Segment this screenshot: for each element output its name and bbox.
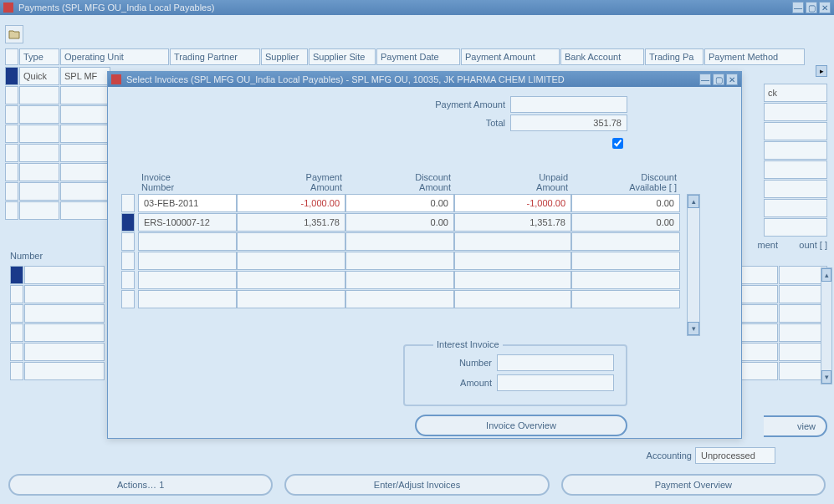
payment-amount-field[interactable] <box>510 96 627 113</box>
parent-grid-header: Type Operating Unit Trading Partner Supp… <box>5 48 829 65</box>
scroll-down-icon[interactable]: ▾ <box>821 370 831 384</box>
number-label: Number <box>10 251 43 261</box>
open-file-icon[interactable] <box>5 25 23 43</box>
number-cell[interactable] <box>24 266 105 284</box>
invoice-cell[interactable] <box>571 271 680 289</box>
interest-invoice-group: Interest Invoice Number Amount <box>403 344 627 406</box>
invoice-cell[interactable]: 0.00 <box>571 213 680 232</box>
scroll-up-icon[interactable]: ▴ <box>688 195 699 208</box>
invoice-cell[interactable]: -1,000.00 <box>237 194 345 212</box>
payment-amount-label: Payment Amount <box>435 99 505 109</box>
col-trading-pa[interactable]: Trading Pa <box>645 48 704 65</box>
row-selector[interactable] <box>121 252 135 270</box>
invoice-cell[interactable] <box>571 252 680 270</box>
sub-header-row: ment ount [ ] <box>729 240 827 250</box>
invoice-cell[interactable] <box>345 290 454 308</box>
invoice-cell[interactable] <box>237 271 345 289</box>
minimize-icon[interactable]: — <box>792 2 804 13</box>
invoice-cell[interactable] <box>138 232 237 251</box>
select-invoices-modal: Select Invoices (SPL MFG OU_India Local … <box>107 71 742 439</box>
scroll-up-icon[interactable]: ▴ <box>821 268 831 282</box>
interest-number-field[interactable] <box>497 354 614 371</box>
row-selector[interactable] <box>5 144 18 162</box>
maximize-icon[interactable]: ▢ <box>713 74 724 85</box>
row-selector[interactable] <box>5 182 18 201</box>
invoice-cell[interactable] <box>237 252 345 270</box>
invoice-cell[interactable] <box>345 271 454 289</box>
invoice-cell[interactable] <box>454 271 571 289</box>
invoice-cell[interactable] <box>237 290 345 308</box>
minimize-icon[interactable]: — <box>699 74 711 85</box>
invoice-cell[interactable] <box>345 252 454 270</box>
invoice-cell[interactable]: ERS-100007-12 <box>138 213 237 232</box>
col-discount-amount: DiscountAmount <box>345 162 454 194</box>
enter-adjust-button[interactable]: Enter/Adjust Invoices <box>284 474 549 496</box>
row-selector[interactable] <box>121 271 135 289</box>
invoice-cell[interactable] <box>571 290 680 308</box>
invoice-cell[interactable] <box>345 232 454 251</box>
invoice-cell[interactable] <box>571 232 680 251</box>
sub-scrollbar[interactable]: ▴ ▾ <box>821 267 832 384</box>
invoice-scrollbar[interactable]: ▴ ▾ <box>687 194 700 336</box>
row-selector[interactable] <box>5 86 18 104</box>
invoice-cell[interactable]: -1,000.00 <box>454 194 571 212</box>
row-selector[interactable] <box>5 125 18 143</box>
invoice-cell[interactable] <box>454 290 571 308</box>
side-view-partial: view <box>764 415 827 437</box>
interest-amount-label: Amount <box>460 378 492 388</box>
row-selector-header <box>5 48 18 65</box>
col-payment-date[interactable]: Payment Date <box>376 48 460 65</box>
col-payment-method[interactable]: Payment Method <box>704 48 805 65</box>
col-bank-account[interactable]: Bank Account <box>560 48 644 65</box>
interest-legend: Interest Invoice <box>433 339 503 349</box>
row-selector[interactable] <box>121 290 135 308</box>
sub-grid <box>729 266 827 381</box>
invoice-overview-button[interactable]: Invoice Overview <box>415 415 627 436</box>
row-selector[interactable] <box>121 194 135 212</box>
row-selector[interactable] <box>5 67 18 85</box>
close-icon[interactable]: ✕ <box>819 2 831 13</box>
col-supplier[interactable]: Supplier <box>261 48 308 65</box>
col-ou[interactable]: Operating Unit <box>60 48 169 65</box>
invoice-cell[interactable] <box>454 232 571 251</box>
invoice-cell[interactable] <box>138 271 237 289</box>
scroll-down-icon[interactable]: ▾ <box>688 322 699 335</box>
invoice-cell[interactable] <box>237 232 345 251</box>
row-selector[interactable] <box>121 232 135 251</box>
accounting-row: Accounting Unprocessed <box>647 447 775 464</box>
cell-ou[interactable]: SPL MF <box>60 67 110 85</box>
actions-button[interactable]: Actions… 1 <box>8 474 273 496</box>
invoice-cell[interactable]: 0.00 <box>571 194 680 212</box>
bg-pm-column: ck <box>764 84 827 237</box>
row-selector[interactable] <box>5 201 18 220</box>
accounting-value[interactable]: Unprocessed <box>695 447 775 464</box>
row-selector[interactable] <box>5 105 18 124</box>
number-grid <box>10 266 105 381</box>
col-payment-amount[interactable]: Payment Amount <box>461 48 560 65</box>
parent-scroll-right[interactable]: ▸ <box>816 65 827 77</box>
close-icon[interactable]: ✕ <box>726 74 738 85</box>
row-selector[interactable] <box>121 213 135 232</box>
col-trading-partner[interactable]: Trading Partner <box>170 48 260 65</box>
total-field: 351.78 <box>510 115 627 131</box>
invoice-cell[interactable]: 1,351.78 <box>454 213 571 232</box>
invoice-cell[interactable]: 0.00 <box>345 213 454 232</box>
invoice-cell[interactable]: 03-FEB-2011 <box>138 194 237 212</box>
col-type[interactable]: Type <box>19 48 59 65</box>
bottom-buttons: Actions… 1 Enter/Adjust Invoices Payment… <box>8 474 826 496</box>
interest-amount-field[interactable] <box>497 374 614 391</box>
invoice-cell[interactable] <box>138 252 237 270</box>
maximize-icon[interactable]: ▢ <box>806 2 817 13</box>
invoice-cell[interactable] <box>454 252 571 270</box>
row-selector[interactable] <box>5 163 18 181</box>
scroll-right-icon[interactable]: ▸ <box>816 65 827 77</box>
cell-type[interactable]: Quick <box>19 67 59 85</box>
summary-checkbox[interactable] <box>612 138 623 149</box>
row-selector[interactable] <box>10 266 23 284</box>
invoice-cell[interactable]: 1,351.78 <box>237 213 345 232</box>
parent-titlebar: Payments (SPL MFG OU_India Local Payable… <box>0 0 834 15</box>
col-supplier-site[interactable]: Supplier Site <box>309 48 376 65</box>
payment-overview-button[interactable]: Payment Overview <box>561 474 826 496</box>
invoice-cell[interactable] <box>138 290 237 308</box>
invoice-cell[interactable]: 0.00 <box>345 194 454 212</box>
